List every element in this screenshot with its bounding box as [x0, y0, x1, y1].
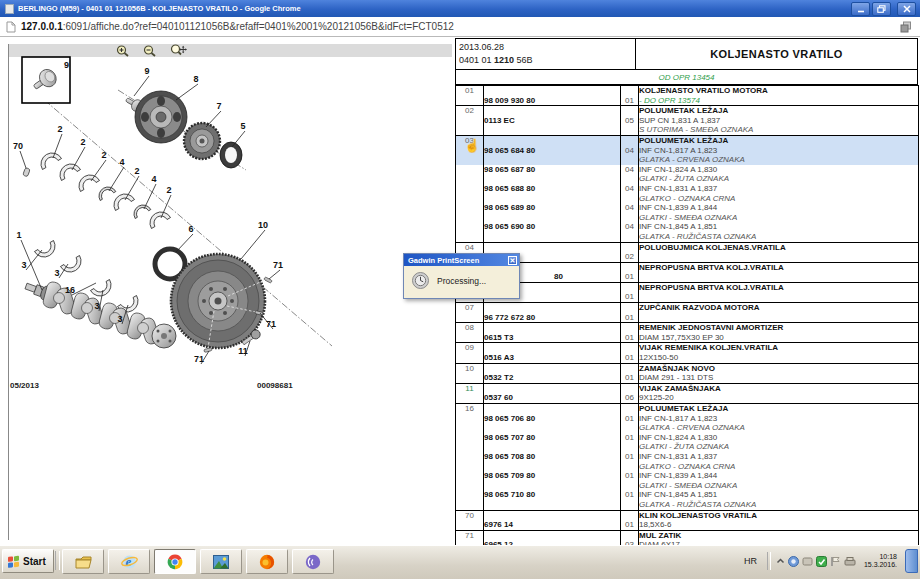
part-reference[interactable]: 98 065 710 80 [484, 490, 621, 500]
part-reference[interactable]: 0113 EC [484, 116, 621, 126]
part-reference[interactable] [484, 481, 621, 491]
show-desktop-button[interactable] [905, 549, 918, 573]
part-reference[interactable] [484, 174, 621, 184]
callout-label-6[interactable]: 6 [188, 224, 193, 234]
part-reference[interactable] [484, 213, 621, 223]
minimize-button[interactable] [851, 2, 870, 16]
part-row-line[interactable]: 98 065 687 8004INF CN-1,824 A 1,830 [456, 165, 919, 175]
callout-label-2[interactable]: 2 [166, 185, 171, 195]
part-row-line[interactable]: 98 065 689 8004INF CN-1,839 A 1,844 [456, 203, 919, 213]
part-reference[interactable] [484, 155, 621, 165]
tray-app-gray-icon[interactable] [802, 556, 813, 567]
part-row-line[interactable]: GLATKI - ŽUTA OZNAKA [456, 174, 919, 184]
part-row-line[interactable]: GLATKA - CRVENA OZNAKA [456, 155, 919, 165]
firefox-button[interactable] [246, 549, 288, 574]
callout-label-3[interactable]: 3 [21, 260, 26, 270]
part-row-line[interactable]: S UTORIMA - SMEĐA OZNAKA [456, 125, 919, 135]
part-reference[interactable] [484, 510, 621, 520]
part-row-line[interactable]: 10ZAMAŠNJAK NOVO [456, 363, 919, 373]
tray-sync-green-icon[interactable] [816, 556, 827, 567]
bittorrent-button[interactable] [292, 549, 334, 574]
part-reference[interactable] [484, 106, 621, 116]
part-row-line[interactable]: 98 065 690 8004INF CN-1,845 A 1,851 [456, 222, 919, 232]
part-row-line[interactable]: 0448 0802 [456, 252, 919, 262]
part-row-line[interactable]: 11VIJAK ZAMAŠNJAKA [456, 383, 919, 393]
start-button[interactable]: Start [2, 549, 54, 573]
google-chrome-button[interactable] [154, 549, 196, 574]
part-reference[interactable]: 96 772 672 80 [484, 313, 621, 323]
image-viewer-button[interactable] [200, 549, 242, 574]
part-reference[interactable] [484, 232, 621, 242]
callout-label-5[interactable]: 5 [240, 121, 245, 131]
callout-label-3[interactable]: 3 [117, 314, 122, 324]
windows-explorer-button[interactable] [62, 549, 104, 574]
part-row-line[interactable]: 98 065 710 8001INF CN-1,845 A 1,851 [456, 490, 919, 500]
part-row-line[interactable]: 8001 [456, 272, 919, 282]
callout-label-2[interactable]: 2 [57, 124, 62, 134]
part-reference[interactable]: 0537 60 [484, 393, 621, 403]
part-reference[interactable]: 98 065 707 80 [484, 433, 621, 443]
part-row-line[interactable]: 0615 T301DIAM 157,75X30 EP 30 [456, 333, 919, 343]
callout-label-7[interactable]: 7 [216, 101, 221, 111]
session-restore-icon[interactable] [900, 21, 912, 33]
part-row-line[interactable]: 09VIJAK REMENIKA KOLJEN.VRATILA [456, 343, 919, 353]
part-row-line[interactable]: 08REMENIK JEDNOSTAVNI AMORTIZER [456, 323, 919, 333]
part-row-line[interactable]: 98 065 707 8001INF CN-1,824 A 1,830 [456, 433, 919, 443]
callout-label-3[interactable]: 3 [54, 268, 59, 278]
part-reference[interactable] [484, 404, 621, 414]
part-row-line[interactable]: GLATKA - RUŽIČASTA OZNAKA [456, 500, 919, 510]
part-row-line[interactable]: 0113 EC05SUP CN 1,831 A 1,837 [456, 116, 919, 126]
callout-label-2[interactable]: 2 [80, 137, 85, 147]
part-reference[interactable]: 98 065 688 80 [484, 184, 621, 194]
part-reference[interactable]: 0532 T2 [484, 373, 621, 383]
callout-label-71[interactable]: 71 [273, 260, 283, 270]
callout-label-8[interactable]: 8 [193, 74, 198, 84]
tray-app-blue-icon[interactable] [788, 556, 799, 567]
part-reference[interactable]: 98 065 684 80 [484, 146, 621, 156]
part-reference[interactable]: 98 065 709 80 [484, 471, 621, 481]
tray-device-icon[interactable] [844, 556, 856, 567]
part-row-line[interactable]: GLATKO - OZNAKA CRNA [456, 462, 919, 472]
part-reference[interactable] [484, 383, 621, 393]
callout-label-10[interactable]: 10 [258, 220, 268, 230]
part-reference[interactable]: 98 065 706 80 [484, 414, 621, 424]
part-row-line[interactable]: 98 065 706 8001INF CN-1,817 A 1,823 [456, 414, 919, 424]
callout-label-3[interactable]: 3 [94, 301, 99, 311]
callout-label-2[interactable]: 2 [134, 166, 139, 176]
part-row-line[interactable]: 01 [456, 292, 919, 302]
part-row-line[interactable]: 98 065 688 8004INF CN-1,831 A 1,837 [456, 184, 919, 194]
callout-label-2[interactable]: 2 [101, 150, 106, 160]
part-row-line[interactable]: 0537 60069X125-20 [456, 393, 919, 403]
part-row-line[interactable]: 98 065 684 8004INF CN-1,817 A 1,823 [456, 146, 919, 156]
close-button[interactable] [897, 2, 916, 16]
address-bar[interactable]: 127.0.0.1:6091/affiche.do?ref=0401011210… [0, 17, 920, 37]
part-reference[interactable]: 0615 T3 [484, 333, 621, 343]
callout-label-11[interactable]: 11 [238, 346, 248, 356]
part-reference[interactable]: 98 065 690 80 [484, 222, 621, 232]
part-row-line[interactable]: 0516 A30112X150-50 [456, 353, 919, 363]
callout-label-71[interactable]: 71 [266, 319, 276, 329]
callout-label-4[interactable]: 4 [119, 157, 124, 167]
part-row-line[interactable]: GLATKI - SMEĐA OZNAKA [456, 481, 919, 491]
restore-button[interactable] [872, 2, 891, 16]
part-row-line[interactable]: 98 065 708 8001INF CN-1,831 A 1,837 [456, 452, 919, 462]
language-indicator[interactable]: HR [739, 553, 762, 569]
part-row-line[interactable]: GLATKA - RUŽIČASTA OZNAKA [456, 232, 919, 242]
part-row-line[interactable]: 01KOLJENASTO VRATILO MOTORA [456, 86, 919, 96]
part-reference[interactable] [484, 423, 621, 433]
part-row-line[interactable]: 6976 140118,5X6-6 [456, 520, 919, 530]
part-reference[interactable] [484, 125, 621, 135]
part-reference[interactable] [484, 194, 621, 204]
chevron-up-icon[interactable] [776, 556, 785, 566]
part-row-line[interactable]: 98 065 709 8001INF CN-1,839 A 1,844 [456, 471, 919, 481]
part-reference[interactable]: 0516 A3 [484, 353, 621, 363]
part-reference[interactable] [484, 303, 621, 313]
part-row-line[interactable]: 06NEPROPUSNA BRTVA KOLJ.VRATILA [456, 282, 919, 292]
part-reference[interactable]: 98 065 687 80 [484, 165, 621, 175]
part-reference[interactable]: 6976 14 [484, 520, 621, 530]
part-reference[interactable] [484, 343, 621, 353]
part-reference[interactable] [484, 135, 621, 145]
part-row-line[interactable]: 16POLUUMETAK LEŽAJA [456, 404, 919, 414]
part-row-line[interactable]: 03POLUUMETAK LEŽAJA [456, 135, 919, 145]
internet-explorer-button[interactable]: e [108, 549, 150, 574]
